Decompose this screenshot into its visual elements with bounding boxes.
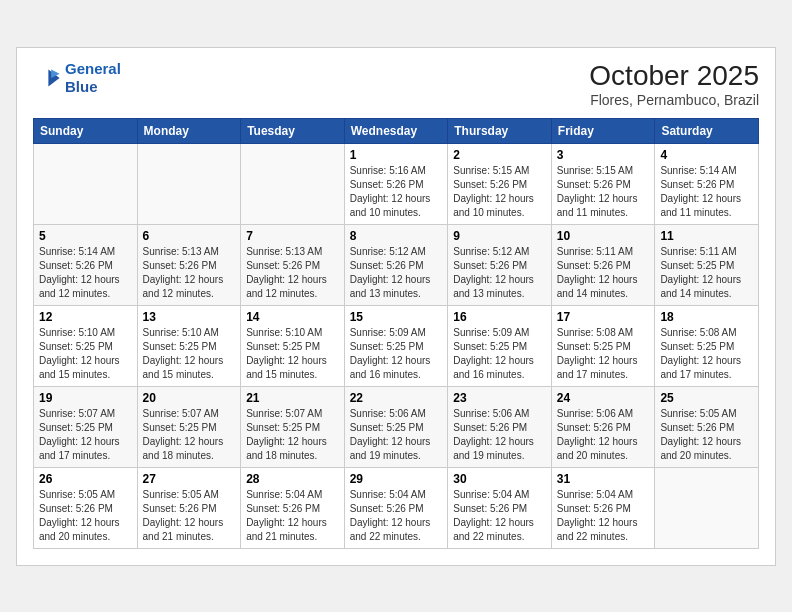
day-info: Sunrise: 5:08 AMSunset: 5:25 PMDaylight:… xyxy=(660,326,753,382)
day-info: Sunrise: 5:10 AMSunset: 5:25 PMDaylight:… xyxy=(39,326,132,382)
calendar-day-cell: 10Sunrise: 5:11 AMSunset: 5:26 PMDayligh… xyxy=(551,224,655,305)
calendar-container: General Blue October 2025 Flores, Pernam… xyxy=(16,47,776,566)
calendar-day-cell: 16Sunrise: 5:09 AMSunset: 5:25 PMDayligh… xyxy=(448,305,552,386)
calendar-day-cell xyxy=(34,143,138,224)
calendar-week-row: 26Sunrise: 5:05 AMSunset: 5:26 PMDayligh… xyxy=(34,467,759,548)
day-number: 19 xyxy=(39,391,132,405)
day-info: Sunrise: 5:08 AMSunset: 5:25 PMDaylight:… xyxy=(557,326,650,382)
day-info: Sunrise: 5:06 AMSunset: 5:26 PMDaylight:… xyxy=(557,407,650,463)
calendar-day-cell xyxy=(655,467,759,548)
calendar-day-cell: 14Sunrise: 5:10 AMSunset: 5:25 PMDayligh… xyxy=(241,305,345,386)
day-info: Sunrise: 5:04 AMSunset: 5:26 PMDaylight:… xyxy=(350,488,443,544)
day-info: Sunrise: 5:13 AMSunset: 5:26 PMDaylight:… xyxy=(246,245,339,301)
location-title: Flores, Pernambuco, Brazil xyxy=(589,92,759,108)
weekday-header-cell: Saturday xyxy=(655,118,759,143)
day-number: 30 xyxy=(453,472,546,486)
calendar-day-cell: 5Sunrise: 5:14 AMSunset: 5:26 PMDaylight… xyxy=(34,224,138,305)
day-number: 18 xyxy=(660,310,753,324)
day-number: 12 xyxy=(39,310,132,324)
calendar-day-cell xyxy=(241,143,345,224)
day-info: Sunrise: 5:04 AMSunset: 5:26 PMDaylight:… xyxy=(246,488,339,544)
title-section: October 2025 Flores, Pernambuco, Brazil xyxy=(589,60,759,108)
day-number: 9 xyxy=(453,229,546,243)
day-info: Sunrise: 5:05 AMSunset: 5:26 PMDaylight:… xyxy=(39,488,132,544)
day-info: Sunrise: 5:11 AMSunset: 5:25 PMDaylight:… xyxy=(660,245,753,301)
calendar-day-cell: 23Sunrise: 5:06 AMSunset: 5:26 PMDayligh… xyxy=(448,386,552,467)
header-section: General Blue October 2025 Flores, Pernam… xyxy=(33,60,759,108)
day-number: 3 xyxy=(557,148,650,162)
calendar-body: 1Sunrise: 5:16 AMSunset: 5:26 PMDaylight… xyxy=(34,143,759,548)
day-info: Sunrise: 5:07 AMSunset: 5:25 PMDaylight:… xyxy=(246,407,339,463)
calendar-day-cell: 6Sunrise: 5:13 AMSunset: 5:26 PMDaylight… xyxy=(137,224,241,305)
calendar-day-cell xyxy=(137,143,241,224)
calendar-day-cell: 21Sunrise: 5:07 AMSunset: 5:25 PMDayligh… xyxy=(241,386,345,467)
calendar-day-cell: 8Sunrise: 5:12 AMSunset: 5:26 PMDaylight… xyxy=(344,224,448,305)
calendar-day-cell: 2Sunrise: 5:15 AMSunset: 5:26 PMDaylight… xyxy=(448,143,552,224)
calendar-day-cell: 9Sunrise: 5:12 AMSunset: 5:26 PMDaylight… xyxy=(448,224,552,305)
calendar-day-cell: 7Sunrise: 5:13 AMSunset: 5:26 PMDaylight… xyxy=(241,224,345,305)
calendar-week-row: 19Sunrise: 5:07 AMSunset: 5:25 PMDayligh… xyxy=(34,386,759,467)
weekday-header-cell: Wednesday xyxy=(344,118,448,143)
day-number: 4 xyxy=(660,148,753,162)
calendar-day-cell: 18Sunrise: 5:08 AMSunset: 5:25 PMDayligh… xyxy=(655,305,759,386)
calendar-day-cell: 19Sunrise: 5:07 AMSunset: 5:25 PMDayligh… xyxy=(34,386,138,467)
calendar-day-cell: 29Sunrise: 5:04 AMSunset: 5:26 PMDayligh… xyxy=(344,467,448,548)
day-number: 31 xyxy=(557,472,650,486)
day-number: 22 xyxy=(350,391,443,405)
day-number: 28 xyxy=(246,472,339,486)
day-number: 23 xyxy=(453,391,546,405)
day-number: 29 xyxy=(350,472,443,486)
day-info: Sunrise: 5:10 AMSunset: 5:25 PMDaylight:… xyxy=(143,326,236,382)
day-info: Sunrise: 5:06 AMSunset: 5:26 PMDaylight:… xyxy=(453,407,546,463)
day-info: Sunrise: 5:14 AMSunset: 5:26 PMDaylight:… xyxy=(39,245,132,301)
day-number: 11 xyxy=(660,229,753,243)
day-number: 7 xyxy=(246,229,339,243)
calendar-week-row: 5Sunrise: 5:14 AMSunset: 5:26 PMDaylight… xyxy=(34,224,759,305)
day-info: Sunrise: 5:15 AMSunset: 5:26 PMDaylight:… xyxy=(557,164,650,220)
day-number: 25 xyxy=(660,391,753,405)
calendar-day-cell: 13Sunrise: 5:10 AMSunset: 5:25 PMDayligh… xyxy=(137,305,241,386)
calendar-week-row: 12Sunrise: 5:10 AMSunset: 5:25 PMDayligh… xyxy=(34,305,759,386)
calendar-day-cell: 4Sunrise: 5:14 AMSunset: 5:26 PMDaylight… xyxy=(655,143,759,224)
calendar-week-row: 1Sunrise: 5:16 AMSunset: 5:26 PMDaylight… xyxy=(34,143,759,224)
calendar-day-cell: 25Sunrise: 5:05 AMSunset: 5:26 PMDayligh… xyxy=(655,386,759,467)
calendar-header: SundayMondayTuesdayWednesdayThursdayFrid… xyxy=(34,118,759,143)
day-info: Sunrise: 5:04 AMSunset: 5:26 PMDaylight:… xyxy=(453,488,546,544)
day-number: 5 xyxy=(39,229,132,243)
weekday-header-cell: Friday xyxy=(551,118,655,143)
day-info: Sunrise: 5:10 AMSunset: 5:25 PMDaylight:… xyxy=(246,326,339,382)
weekday-header-cell: Thursday xyxy=(448,118,552,143)
calendar-day-cell: 17Sunrise: 5:08 AMSunset: 5:25 PMDayligh… xyxy=(551,305,655,386)
calendar-day-cell: 27Sunrise: 5:05 AMSunset: 5:26 PMDayligh… xyxy=(137,467,241,548)
weekday-header-cell: Monday xyxy=(137,118,241,143)
calendar-day-cell: 20Sunrise: 5:07 AMSunset: 5:25 PMDayligh… xyxy=(137,386,241,467)
calendar-day-cell: 24Sunrise: 5:06 AMSunset: 5:26 PMDayligh… xyxy=(551,386,655,467)
day-number: 2 xyxy=(453,148,546,162)
day-number: 17 xyxy=(557,310,650,324)
day-number: 14 xyxy=(246,310,339,324)
logo: General Blue xyxy=(33,60,121,96)
day-info: Sunrise: 5:09 AMSunset: 5:25 PMDaylight:… xyxy=(453,326,546,382)
calendar-day-cell: 11Sunrise: 5:11 AMSunset: 5:25 PMDayligh… xyxy=(655,224,759,305)
day-info: Sunrise: 5:12 AMSunset: 5:26 PMDaylight:… xyxy=(350,245,443,301)
day-info: Sunrise: 5:11 AMSunset: 5:26 PMDaylight:… xyxy=(557,245,650,301)
calendar-day-cell: 12Sunrise: 5:10 AMSunset: 5:25 PMDayligh… xyxy=(34,305,138,386)
day-info: Sunrise: 5:07 AMSunset: 5:25 PMDaylight:… xyxy=(143,407,236,463)
day-number: 13 xyxy=(143,310,236,324)
day-number: 15 xyxy=(350,310,443,324)
logo-icon xyxy=(33,64,61,92)
day-number: 24 xyxy=(557,391,650,405)
day-number: 21 xyxy=(246,391,339,405)
logo-blue: Blue xyxy=(65,78,98,95)
month-title: October 2025 xyxy=(589,60,759,92)
day-number: 20 xyxy=(143,391,236,405)
day-info: Sunrise: 5:16 AMSunset: 5:26 PMDaylight:… xyxy=(350,164,443,220)
weekday-header-row: SundayMondayTuesdayWednesdayThursdayFrid… xyxy=(34,118,759,143)
day-info: Sunrise: 5:13 AMSunset: 5:26 PMDaylight:… xyxy=(143,245,236,301)
day-info: Sunrise: 5:04 AMSunset: 5:26 PMDaylight:… xyxy=(557,488,650,544)
day-number: 26 xyxy=(39,472,132,486)
calendar-day-cell: 30Sunrise: 5:04 AMSunset: 5:26 PMDayligh… xyxy=(448,467,552,548)
day-info: Sunrise: 5:09 AMSunset: 5:25 PMDaylight:… xyxy=(350,326,443,382)
calendar-day-cell: 1Sunrise: 5:16 AMSunset: 5:26 PMDaylight… xyxy=(344,143,448,224)
day-info: Sunrise: 5:15 AMSunset: 5:26 PMDaylight:… xyxy=(453,164,546,220)
